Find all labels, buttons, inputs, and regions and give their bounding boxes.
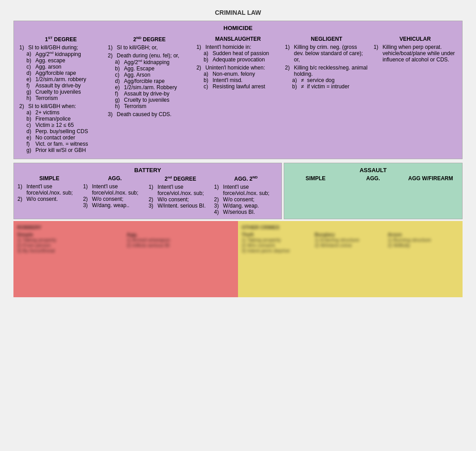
battery-agg2nd-label: AGG. 2ND (214, 175, 278, 182)
manslaughter-content: 1) Intent'l homicide in: a)Sudden heat o… (196, 44, 280, 90)
assault-agg: AGG. (345, 175, 401, 183)
other-crimes-grid: Theft 1) Taking property 2) W/o consent … (242, 232, 459, 253)
assault-grid: SIMPLE AGG. AGG W/FIREARM (288, 175, 459, 183)
battery-grid: SIMPLE 1)Intent'l use force/viol./nox. s… (17, 175, 278, 215)
list-item: 2) SI to kill/GBH when: (19, 103, 103, 109)
list-item: 2) Uninten'l homicide when: (196, 65, 280, 71)
battery-header: BATTERY (17, 167, 278, 173)
list-item: 3)W/dang. weap.. (83, 202, 147, 208)
sub-item: g)Cruelty to juveniles (19, 89, 103, 95)
assault-simple: SIMPLE (288, 175, 343, 183)
list-item: 2) Killing b/c reckless/neg. animal hold… (285, 65, 368, 77)
list-item: 1) Killing when perp operat. vehicle/boa… (373, 44, 457, 63)
sub-item: h)Terrorism (108, 103, 191, 109)
sub-item: b)Agg. Escape (108, 65, 191, 72)
col-negligent: NEGLIGENT 1) Killing by crim. neg. (gros… (283, 34, 370, 155)
col-2nd-degree: 2ND DEGREE 1) SI to kill/GBH; or, 2) Dea… (106, 34, 193, 155)
sub-item: a)Agg/2nd kidnapping (19, 51, 103, 57)
negligent-header: NEGLIGENT (285, 36, 368, 42)
sub-item: d)Agg/forcible rape (108, 78, 191, 84)
list-item: 1) SI to kill/GBH during; (19, 44, 103, 51)
homicide-grid: 1ST DEGREE 1) SI to kill/GBH during; a)A… (17, 34, 459, 155)
homicide-header: HOMICIDE (17, 25, 459, 31)
2nd-degree-label: 2ND DEGREE (108, 36, 191, 43)
sub-item: b)Adequate provocation (196, 56, 280, 63)
list-item: 2)W/o consent. (17, 196, 81, 202)
list-item: 1)Intent'l use force/viol./nox. sub; (83, 183, 147, 196)
list-item: 1) Intent'l homicide in: (196, 44, 280, 50)
sub-item: g)Cruelty to juveniles (108, 97, 191, 103)
battery-assault-row: BATTERY SIMPLE 1)Intent'l use force/viol… (13, 163, 463, 219)
bottom-left-section: ROBBERY Simple 1) Taking property 2) Fro… (13, 221, 238, 297)
sub-item: a)2+ victims (19, 109, 103, 116)
list-item: 2) Death during (enu. fel); or, (108, 52, 191, 59)
vehicular-content: 1) Killing when perp operat. vehicle/boa… (373, 44, 457, 63)
negligent-content: 1) Killing by crim. neg. (gross dev. bel… (285, 44, 368, 90)
robbery-simple: Simple 1) Taking property 2) From person… (17, 232, 125, 253)
sub-item: h)Terrorism (19, 95, 103, 101)
sub-item: a)Agg/2nd kidnapping (108, 59, 191, 65)
battery-simple: SIMPLE 1)Intent'l use force/viol./nox. s… (17, 175, 81, 215)
sub-item: c)Resisting lawful arrest (196, 83, 280, 90)
list-item: 1)Intent'l use force/viol./nox. sub; (148, 184, 212, 196)
col-1st-degree: 1ST DEGREE 1) SI to kill/GBH during; a)A… (17, 34, 104, 155)
list-item: 3)W/intent. serious BI. (148, 203, 212, 209)
main-container: HOMICIDE 1ST DEGREE 1) SI to kill/GBH du… (13, 21, 463, 297)
homicide-section: HOMICIDE 1ST DEGREE 1) SI to kill/GBH du… (13, 21, 463, 159)
sub-item: e)1/2/sim./arm. Robbery (108, 84, 191, 91)
bottom-left-content: ROBBERY Simple 1) Taking property 2) Fro… (17, 225, 234, 253)
bottom-right-header: OTHER CRIMES (242, 225, 459, 230)
battery-2nd-label: 2nd DEGREE (148, 175, 212, 182)
assault-simple-label: SIMPLE (288, 175, 343, 182)
sub-item: c)Agg. Arson (108, 72, 191, 78)
sub-item: a)Sudden heat of passion (196, 50, 280, 56)
sub-item: c)Victim ≥ 12 ≤ 65 (19, 122, 103, 128)
bottom-right-content: OTHER CRIMES Theft 1) Taking property 2)… (242, 225, 459, 253)
bottom-right-section: OTHER CRIMES Theft 1) Taking property 2)… (238, 221, 463, 297)
crime-col-2: Burglary 1) Entering structure 2) W/inte… (315, 232, 386, 253)
1st-degree-label: 1ST DEGREE (19, 36, 103, 43)
bottom-left-header: ROBBERY (17, 225, 234, 230)
manslaughter-header: MANSLAUGHTER (196, 36, 280, 42)
sub-item: c)Agg. arson (19, 64, 103, 70)
list-item: 3)W/dang. weap. (214, 203, 278, 209)
bottom-row: ROBBERY Simple 1) Taking property 2) Fro… (13, 221, 463, 297)
col-manslaughter: MANSLAUGHTER 1) Intent'l homicide in: a)… (195, 34, 281, 155)
sub-item: f)Assault by drive-by (108, 91, 191, 97)
page-title: CRIMINAL LAW (0, 0, 476, 21)
sub-item: a)Non-enum. felony (196, 71, 280, 77)
assault-header: ASSAULT (288, 167, 459, 173)
battery-agg-label: AGG. (83, 175, 147, 182)
battery-simple-label: SIMPLE (17, 175, 81, 182)
list-item: 4)W/serious BI. (214, 209, 278, 215)
list-item: 2)W/o consent; (214, 196, 278, 203)
crime-col-1: Theft 1) Taking property 2) W/o consent … (242, 232, 313, 253)
list-item: 2)W/o consent; (83, 196, 147, 202)
battery-agg: AGG. 1)Intent'l use force/viol./nox. sub… (83, 175, 147, 215)
assault-section: ASSAULT SIMPLE AGG. AGG W/FIREARM (284, 163, 463, 219)
sub-item: e)1/2/sim./arm. robbery (19, 76, 103, 82)
list-item: 1)Intent'l use force/viol./nox. sub; (214, 184, 278, 196)
sub-item: d)Perp. buy/selling CDS (19, 128, 103, 134)
robbery-agg: Agg. 1) Armed w/weapon 2) Inflicts serio… (127, 232, 235, 253)
sub-item: f)Assault by drive-by (19, 82, 103, 89)
battery-section: BATTERY SIMPLE 1)Intent'l use force/viol… (13, 163, 282, 219)
list-item: 1) SI to kill/GBH; or, (108, 44, 191, 51)
sub-item: b)Intent'l misd. (196, 77, 280, 83)
battery-agg-2nd: AGG. 2ND 1)Intent'l use force/viol./nox.… (214, 175, 278, 215)
crime-col-3: Arson 1) Burning structure 2) Willfully (388, 232, 459, 253)
vehicular-header: VEHICULAR (373, 36, 457, 42)
robbery-simple-label: Simple (17, 232, 125, 237)
sub-item: g)Prior kill w/SI or GBH (19, 147, 103, 153)
assault-agg-label: AGG. (345, 175, 401, 182)
sub-item: b)Fireman/police (19, 116, 103, 122)
assault-firearm-label: AGG W/FIREARM (403, 175, 459, 182)
robbery-grid: Simple 1) Taking property 2) From person… (17, 232, 234, 253)
sub-item: f)Vict. or fam. = witness (19, 141, 103, 147)
list-item: 1) Killing by crim. neg. (gross dev. bel… (285, 44, 368, 63)
2nd-degree-content: 1) SI to kill/GBH; or, 2) Death during (… (108, 44, 191, 117)
list-item: 1)Intent'l use force/viol./nox. sub; (17, 183, 81, 196)
robbery-agg-label: Agg. (127, 232, 235, 237)
sub-item: b)Agg. escape (19, 57, 103, 64)
sub-item: a)≠ service dog (285, 77, 368, 83)
